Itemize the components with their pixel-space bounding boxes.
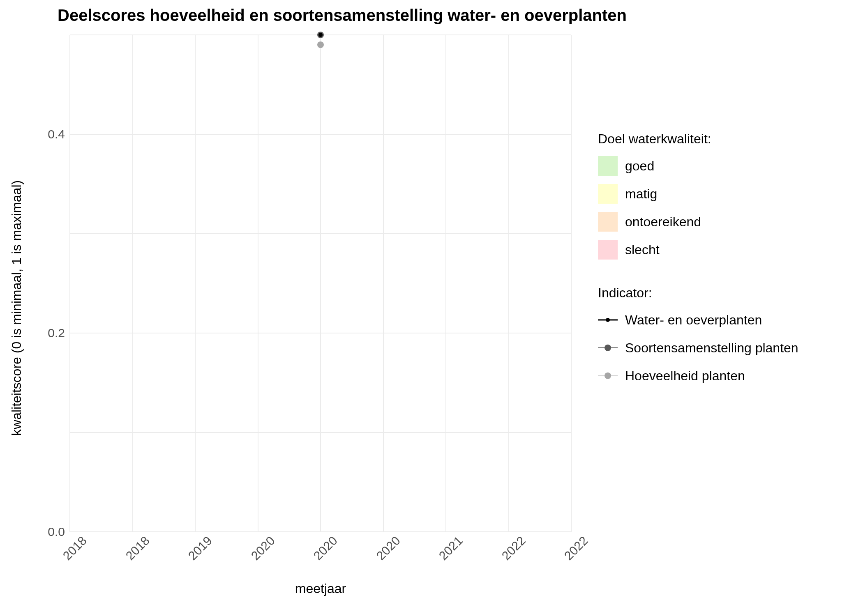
gridline-vertical — [571, 35, 572, 532]
legend-item: goed — [598, 155, 798, 177]
legend-item: Soortensamenstelling planten — [598, 337, 798, 359]
y-tick-label: 0.4 — [48, 127, 65, 141]
legend-label: ontoereikend — [625, 214, 701, 230]
gridline-vertical — [69, 35, 70, 532]
x-tick-label: 2018 — [123, 533, 152, 563]
legend-label: goed — [625, 159, 654, 174]
y-tick-label: 0.2 — [48, 326, 65, 340]
x-tick-label: 2019 — [185, 533, 215, 563]
legend-indicator-swatch — [598, 366, 618, 386]
legend-indicator-swatch — [598, 338, 618, 358]
legend-label: matig — [625, 186, 657, 202]
y-axis-label: kwaliteitscore (0 is minimaal, 1 is maxi… — [9, 180, 24, 436]
x-tick-label: 2021 — [436, 533, 465, 563]
legend-group-indicator: Indicator: Water- en oeverplantenSoorten… — [598, 285, 798, 387]
x-tick-label: 2022 — [561, 533, 591, 563]
chart-title: Deelscores hoeveelheid en soortensamenst… — [58, 6, 627, 25]
legend-item: ontoereikend — [598, 211, 798, 233]
legend-swatch — [598, 156, 618, 176]
legend-swatch — [598, 184, 618, 204]
x-tick-label: 2020 — [311, 533, 340, 563]
legend-label: slecht — [625, 242, 660, 257]
legend-label: Hoeveelheid planten — [625, 368, 745, 384]
legend-indicators-list: Water- en oeverplantenSoortensamenstelli… — [598, 309, 798, 387]
legend-label: Soortensamenstelling planten — [625, 340, 798, 356]
legend-group-quality: Doel waterkwaliteit: goedmatigontoereike… — [598, 131, 798, 261]
legend-item: Water- en oeverplanten — [598, 309, 798, 331]
legend-label: Water- en oeverplanten — [625, 313, 762, 328]
legend-title-indicator: Indicator: — [598, 285, 798, 301]
legend-swatch — [598, 240, 618, 260]
gridline-horizontal — [70, 531, 571, 532]
gridline-vertical — [508, 35, 509, 532]
x-tick-label: 2020 — [374, 533, 403, 563]
x-axis-label: meetjaar — [295, 581, 346, 596]
legend-bands-list: goedmatigontoereikendslecht — [598, 155, 798, 261]
data-point — [318, 33, 323, 37]
legend-swatch — [598, 212, 618, 232]
legend-item: matig — [598, 183, 798, 205]
legend-point-icon — [606, 318, 610, 322]
legend-item: Hoeveelheid planten — [598, 365, 798, 387]
data-point — [317, 41, 324, 48]
gridline-horizontal — [70, 432, 571, 433]
gridline-vertical — [383, 35, 384, 532]
gridline-vertical — [445, 35, 446, 532]
gridline-vertical — [320, 35, 321, 532]
gridline-vertical — [258, 35, 258, 532]
plot-area: 2018201820192020202020202021202220220.00… — [70, 35, 571, 532]
legend-item: slecht — [598, 239, 798, 261]
gridline-vertical — [132, 35, 133, 532]
legend: Doel waterkwaliteit: goedmatigontoereike… — [598, 131, 798, 411]
y-tick-label: 0.0 — [48, 525, 65, 539]
x-tick-label: 2022 — [499, 533, 528, 563]
gridline-horizontal — [70, 333, 571, 333]
legend-indicator-swatch — [598, 310, 618, 330]
gridline-horizontal — [70, 134, 571, 135]
chart-container: Deelscores hoeveelheid en soortensamenst… — [0, 0, 863, 616]
gridline-horizontal — [70, 233, 571, 234]
x-tick-label: 2020 — [248, 533, 277, 563]
legend-point-icon — [605, 345, 611, 351]
legend-point-icon — [605, 372, 611, 379]
legend-title-quality: Doel waterkwaliteit: — [598, 131, 798, 147]
gridline-vertical — [195, 35, 196, 532]
